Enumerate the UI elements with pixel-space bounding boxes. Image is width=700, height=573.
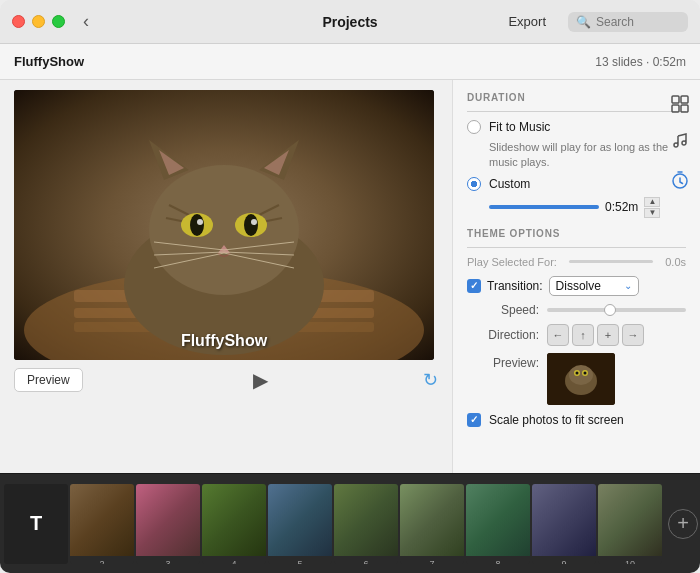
film-thumb-5[interactable]: 5 (268, 484, 332, 564)
music-icon-button[interactable] (666, 128, 694, 156)
transition-row: ✓ Transition: Dissolve ⌄ (467, 276, 686, 296)
play-selected-label: Play Selected For: (467, 256, 557, 268)
dir-left-button[interactable]: ← (547, 324, 569, 346)
custom-row: Custom (467, 177, 686, 191)
transition-label: Transition: (487, 279, 543, 293)
film-number-7: 7 (400, 556, 464, 564)
scale-row: ✓ Scale photos to fit screen (467, 413, 686, 427)
cycle-button[interactable]: ↻ (423, 369, 438, 391)
film-thumb-3[interactable]: 3 (136, 484, 200, 564)
svg-point-34 (584, 371, 587, 374)
film-thumb-9[interactable]: 9 (532, 484, 596, 564)
duration-section-title: DURATION (467, 92, 686, 103)
divider-2 (467, 247, 686, 248)
layout-icon-button[interactable] (666, 90, 694, 118)
svg-point-30 (569, 365, 593, 385)
chevron-down-icon: ⌄ (624, 280, 632, 291)
main-area: FluffyShow Preview ▶ ↻ DURATION Fit to M… (0, 80, 700, 473)
titlebar: ‹ Projects Export 🔍 (0, 0, 700, 44)
svg-rect-37 (672, 105, 679, 112)
film-thumb-8[interactable]: 8 (466, 484, 530, 564)
dir-right-button[interactable]: → (622, 324, 644, 346)
svg-point-19 (197, 219, 203, 225)
video-container: FluffyShow (14, 90, 434, 360)
scale-checkbox[interactable]: ✓ (467, 413, 481, 427)
stepper-up[interactable]: ▲ (644, 197, 660, 207)
svg-rect-38 (681, 105, 688, 112)
fit-to-music-sub: Slideshow will play for as long as the m… (489, 140, 686, 171)
dir-up-button[interactable]: ↑ (572, 324, 594, 346)
search-bar: 🔍 (568, 12, 688, 32)
right-panel: DURATION Fit to Music Slideshow will pla… (452, 80, 700, 473)
svg-point-33 (576, 371, 579, 374)
custom-radio[interactable] (467, 177, 481, 191)
stepper-down[interactable]: ▼ (644, 208, 660, 218)
film-thumb-10[interactable]: 10 (598, 484, 662, 564)
play-selected-val: 0.0s (665, 256, 686, 268)
direction-row: Direction: ← ↑ + → (467, 324, 686, 346)
film-thumb-1[interactable]: T 1 (4, 484, 68, 564)
film-number-2: 2 (70, 556, 134, 564)
fit-to-music-label: Fit to Music (489, 120, 550, 134)
close-button[interactable] (12, 15, 25, 28)
theme-section-title: THEME OPTIONS (467, 228, 686, 239)
film-number-5: 5 (268, 556, 332, 564)
svg-point-18 (244, 214, 258, 236)
film-number-4: 4 (202, 556, 266, 564)
duration-stepper: ▲ ▼ (644, 197, 660, 218)
right-panel-wrapper: DURATION Fit to Music Slideshow will pla… (452, 80, 700, 473)
titlebar-actions: Export 🔍 (498, 10, 688, 33)
preview-label: Preview: (467, 353, 539, 370)
film-thumb-6[interactable]: 6 (334, 484, 398, 564)
check-icon: ✓ (470, 280, 478, 291)
project-bar: FluffyShow 13 slides · 0:52m (0, 44, 700, 80)
film-thumb-4[interactable]: 4 (202, 484, 266, 564)
film-number-9: 9 (532, 556, 596, 564)
search-icon: 🔍 (576, 15, 591, 29)
svg-rect-35 (672, 96, 679, 103)
window-title: Projects (322, 14, 377, 30)
play-selected-track[interactable] (569, 260, 653, 263)
transition-checkbox[interactable]: ✓ (467, 279, 481, 293)
traffic-lights (12, 15, 65, 28)
film-thumb-2[interactable]: 2 (70, 484, 134, 564)
film-number-10: 10 (598, 556, 662, 564)
project-name: FluffyShow (14, 54, 84, 69)
preview-button[interactable]: Preview (14, 368, 83, 392)
fullscreen-button[interactable] (52, 15, 65, 28)
speed-row: Speed: (467, 303, 686, 317)
scale-check-icon: ✓ (470, 414, 478, 425)
transition-dropdown[interactable]: Dissolve ⌄ (549, 276, 639, 296)
minimize-button[interactable] (32, 15, 45, 28)
project-meta: 13 slides · 0:52m (595, 55, 686, 69)
fit-to-music-row: Fit to Music (467, 120, 686, 134)
preview-area: FluffyShow Preview ▶ ↻ (0, 80, 452, 473)
svg-point-6 (149, 165, 299, 295)
back-button[interactable]: ‹ (79, 11, 93, 32)
filmstrip: T 1 2 3 4 5 6 7 8 9 10 + (0, 473, 700, 573)
duration-slider[interactable] (489, 205, 599, 209)
svg-point-20 (251, 219, 257, 225)
dir-down-button[interactable]: + (597, 324, 619, 346)
search-input[interactable] (596, 15, 676, 29)
svg-point-17 (190, 214, 204, 236)
fit-to-music-radio[interactable] (467, 120, 481, 134)
side-icons (666, 90, 694, 194)
slide-label: FluffyShow (181, 332, 267, 350)
svg-rect-36 (681, 96, 688, 103)
divider-1 (467, 111, 686, 112)
film-number-3: 3 (136, 556, 200, 564)
preview-thumbnail-row: Preview: (467, 353, 686, 405)
title-icon: T (30, 512, 42, 535)
film-thumb-7[interactable]: 7 (400, 484, 464, 564)
speed-slider[interactable] (547, 308, 686, 312)
add-slide-button[interactable]: + (668, 509, 698, 539)
export-button[interactable]: Export (498, 10, 556, 33)
play-button[interactable]: ▶ (253, 368, 268, 392)
preview-thumbnail (547, 353, 615, 405)
transition-value: Dissolve (556, 279, 601, 293)
video-controls: Preview ▶ ↻ (14, 368, 438, 392)
timer-icon-button[interactable] (666, 166, 694, 194)
speed-label: Speed: (467, 303, 539, 317)
speed-thumb (604, 304, 616, 316)
